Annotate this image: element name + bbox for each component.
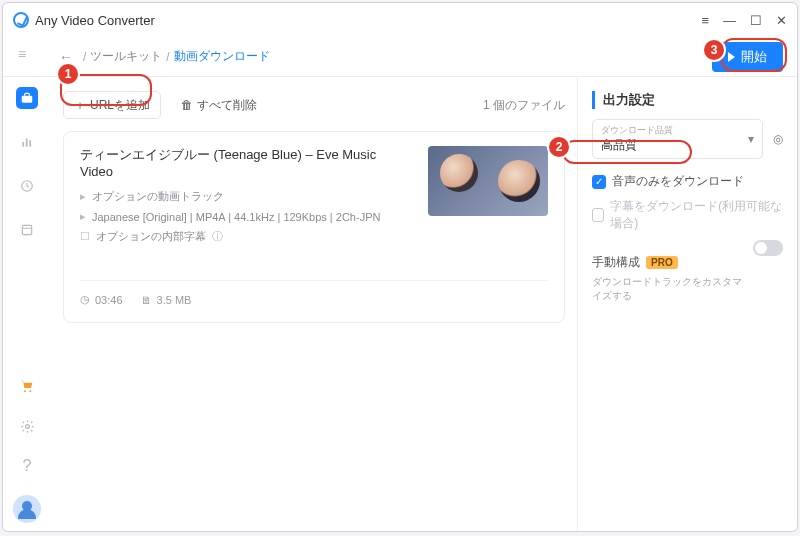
breadcrumb-root[interactable]: ツールキット — [90, 48, 162, 65]
svg-point-8 — [25, 424, 29, 428]
subtitles-label: 字幕をダウンロード(利用可能な場合) — [610, 198, 783, 232]
manual-label: 手動構成 — [592, 254, 640, 271]
start-button-label: 開始 — [741, 48, 767, 66]
video-thumbnail — [428, 146, 548, 216]
quality-value: 高品質 — [601, 137, 754, 154]
app-logo-icon — [13, 12, 29, 28]
body: ? ＋ URLを追加 🗑 すべて削除 1 個のファイル — [3, 77, 797, 531]
manual-sub-label: ダウンロードトラックをカスタマイズする — [592, 275, 745, 303]
trash-icon: 🗑 — [181, 98, 193, 112]
user-avatar[interactable] — [13, 495, 41, 523]
annotation-badge-3: 3 — [704, 40, 724, 60]
app-window: Any Video Converter ≡ — ☐ ✕ ← / ツールキット /… — [2, 2, 798, 532]
svg-point-7 — [29, 390, 31, 392]
chevron-down-icon: ▾ — [748, 132, 754, 146]
main-area: ＋ URLを追加 🗑 すべて削除 1 個のファイル ティーンエイジブルー (Te… — [51, 77, 797, 531]
file-icon: 🗎 — [141, 294, 152, 306]
subtitles-checkbox — [592, 208, 604, 222]
clock-icon: ◷ — [80, 293, 90, 306]
nav-settings-icon[interactable] — [16, 415, 38, 437]
file-count: 1 個のファイル — [483, 97, 565, 114]
maximize-icon[interactable]: ☐ — [750, 13, 762, 28]
settings-header: 出力設定 — [592, 91, 783, 109]
add-url-label: URLを追加 — [90, 97, 150, 114]
svg-point-6 — [24, 390, 26, 392]
nav-cart-icon[interactable] — [16, 375, 38, 397]
sidebar-toggle-icon[interactable]: ≡ — [18, 46, 36, 62]
subtitles-row: 字幕をダウンロード(利用可能な場合) — [592, 198, 783, 232]
play-icon — [728, 52, 735, 62]
output-folder-icon[interactable]: ◎ — [773, 132, 783, 146]
svg-rect-5 — [22, 225, 31, 234]
subs-icon: ☐ — [80, 230, 90, 243]
svg-rect-1 — [22, 142, 24, 147]
nav-bookmark-icon[interactable] — [16, 219, 38, 241]
add-url-button[interactable]: ＋ URLを追加 — [63, 91, 161, 119]
crumb-sep: / — [166, 50, 169, 64]
video-info: ティーンエイジブルー (Teenage Blue) – Eve Music Vi… — [80, 146, 412, 250]
titlebar: Any Video Converter ≡ — ☐ ✕ — [3, 3, 797, 37]
clear-all-label: すべて削除 — [197, 97, 257, 114]
nav-bottom: ? — [13, 375, 41, 531]
nav-history-icon[interactable] — [16, 175, 38, 197]
files-pane: ＋ URLを追加 🗑 すべて削除 1 個のファイル ティーンエイジブルー (Te… — [51, 77, 577, 531]
pro-badge: PRO — [646, 256, 678, 269]
breadcrumb-current: 動画ダウンロード — [174, 48, 270, 65]
video-size: 3.5 MB — [157, 294, 192, 306]
menu-icon[interactable]: ≡ — [701, 13, 709, 28]
video-duration: 03:46 — [95, 294, 123, 306]
video-audio-track: オプションの動画トラック — [92, 189, 224, 204]
quality-select[interactable]: ダウンロード品質 高品質 ▾ — [592, 119, 763, 159]
minimize-icon[interactable]: — — [723, 13, 736, 28]
video-subs: オプションの内部字幕 — [96, 229, 206, 244]
info-icon[interactable]: ⓘ — [212, 229, 223, 244]
clear-all-button[interactable]: 🗑 すべて削除 — [171, 91, 267, 119]
format-icon: ▸ — [80, 210, 86, 223]
top-toolbar: ← / ツールキット / 動画ダウンロード 開始 — [3, 37, 797, 77]
plus-icon: ＋ — [74, 97, 86, 114]
track-icon: ▸ — [80, 190, 86, 203]
video-title: ティーンエイジブルー (Teenage Blue) – Eve Music Vi… — [80, 146, 412, 179]
audio-only-checkbox[interactable]: ✓ — [592, 175, 606, 189]
nav-stats-icon[interactable] — [16, 131, 38, 153]
app-title: Any Video Converter — [35, 13, 155, 28]
nav-help-icon[interactable]: ? — [16, 455, 38, 477]
svg-rect-3 — [29, 140, 31, 146]
svg-rect-0 — [22, 96, 33, 103]
file-tools: ＋ URLを追加 🗑 すべて削除 1 個のファイル — [63, 91, 565, 119]
side-nav: ? — [3, 77, 51, 531]
annotation-badge-1: 1 — [58, 64, 78, 84]
audio-only-row[interactable]: ✓ 音声のみをダウンロード — [592, 173, 783, 190]
annotation-badge-2: 2 — [549, 137, 569, 157]
manual-toggle[interactable] — [753, 240, 783, 256]
quality-label: ダウンロード品質 — [601, 124, 754, 137]
svg-rect-2 — [26, 139, 28, 147]
window-controls: ≡ — ☐ ✕ — [701, 13, 787, 28]
nav-toolbox-icon[interactable] — [16, 87, 38, 109]
settings-pane: 出力設定 ダウンロード品質 高品質 ▾ ◎ ✓ 音声のみをダウンロード 字幕をダ… — [577, 77, 797, 531]
video-format: Japanese [Original] | MP4A | 44.1kHz | 1… — [92, 211, 380, 223]
audio-only-label: 音声のみをダウンロード — [612, 173, 744, 190]
crumb-sep: / — [83, 50, 86, 64]
video-card: ティーンエイジブルー (Teenage Blue) – Eve Music Vi… — [63, 131, 565, 323]
back-button[interactable]: ← — [59, 49, 73, 65]
close-icon[interactable]: ✕ — [776, 13, 787, 28]
